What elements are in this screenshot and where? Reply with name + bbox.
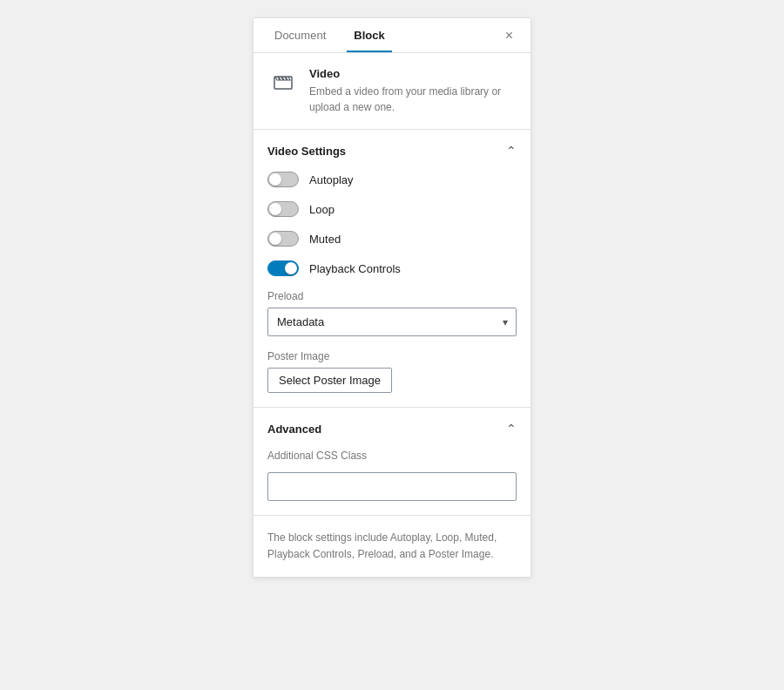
- video-settings-chevron-icon: ⌃: [506, 144, 517, 158]
- settings-panel: Document Block × Video Embed a video fro…: [253, 17, 531, 578]
- video-icon: [267, 67, 299, 98]
- autoplay-row: Autoplay: [267, 172, 517, 187]
- css-class-input[interactable]: [267, 472, 517, 501]
- advanced-chevron-icon: ⌃: [506, 422, 517, 436]
- loop-row: Loop: [267, 201, 517, 217]
- autoplay-label: Autoplay: [309, 173, 354, 186]
- loop-label: Loop: [309, 203, 335, 216]
- preload-select[interactable]: Metadata Auto None: [267, 308, 517, 336]
- playback-controls-label: Playback Controls: [309, 262, 401, 275]
- advanced-section: Advanced ⌃ Additional CSS Class: [253, 408, 531, 516]
- muted-row: Muted: [267, 231, 517, 247]
- playback-controls-row: Playback Controls: [267, 260, 517, 276]
- close-button[interactable]: ×: [502, 25, 517, 46]
- tab-block[interactable]: Block: [347, 18, 391, 52]
- video-settings-title: Video Settings: [267, 145, 346, 158]
- block-header: Video Embed a video from your media libr…: [253, 53, 531, 130]
- video-settings-section: Video Settings ⌃ Autoplay Loop Muted Pla…: [253, 130, 531, 408]
- poster-image-label: Poster Image: [267, 350, 517, 362]
- css-class-label: Additional CSS Class: [267, 450, 517, 462]
- playback-controls-toggle[interactable]: [267, 260, 299, 276]
- select-poster-image-button[interactable]: Select Poster Image: [267, 368, 392, 393]
- block-info-desc: Embed a video from your media library or…: [309, 84, 517, 115]
- tab-document[interactable]: Document: [267, 18, 333, 52]
- tab-bar: Document Block ×: [253, 18, 531, 53]
- block-info-title: Video: [309, 67, 517, 80]
- muted-toggle[interactable]: [267, 231, 299, 247]
- poster-image-section: Poster Image Select Poster Image: [267, 350, 517, 393]
- footer-note: The block settings include Autoplay, Loo…: [253, 516, 531, 577]
- loop-toggle[interactable]: [267, 201, 299, 217]
- block-info: Video Embed a video from your media libr…: [309, 67, 517, 115]
- advanced-section-header[interactable]: Advanced ⌃: [267, 422, 517, 436]
- video-settings-header[interactable]: Video Settings ⌃: [267, 144, 517, 158]
- muted-label: Muted: [309, 233, 341, 246]
- preload-select-wrapper: Metadata Auto None: [267, 308, 517, 336]
- preload-label: Preload: [267, 290, 517, 302]
- advanced-section-title: Advanced: [267, 423, 321, 436]
- autoplay-toggle[interactable]: [267, 172, 299, 187]
